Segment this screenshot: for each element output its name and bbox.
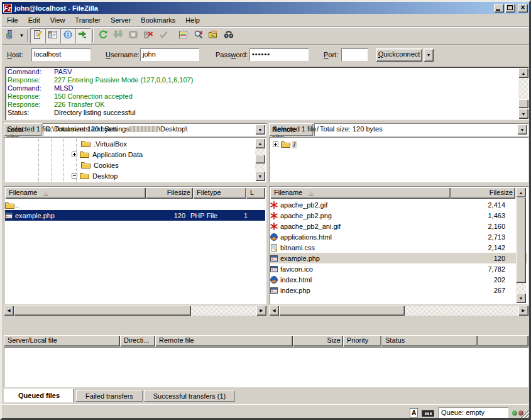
- transfer-queue-list: [4, 347, 528, 387]
- menu-item-view[interactable]: View: [45, 15, 70, 25]
- host-field[interactable]: localhost: [31, 48, 90, 61]
- queue-column-remotefile[interactable]: Remote file: [155, 335, 293, 346]
- queue-column-status[interactable]: Status: [381, 335, 478, 346]
- collapse-minus-icon[interactable]: [72, 173, 77, 179]
- scrollbar-thumb[interactable]: [14, 306, 191, 316]
- toggle-transfer-queue-button[interactable]: [75, 28, 90, 43]
- queue-column-directi[interactable]: Directi...: [120, 335, 155, 346]
- queue-column-serverlocalfile[interactable]: Server/Local file: [4, 335, 120, 346]
- site-manager-button[interactable]: [3, 28, 18, 43]
- tree-item[interactable]: Desktop: [72, 170, 119, 181]
- scroll-up-icon[interactable]: ▲: [255, 138, 265, 148]
- disconnect-button[interactable]: [141, 28, 156, 43]
- process-queue-button[interactable]: [111, 28, 126, 43]
- tree-item[interactable]: /: [273, 139, 297, 150]
- column-header-filesize[interactable]: Filesize: [146, 187, 193, 199]
- filter-button[interactable]: [221, 28, 236, 43]
- scroll-left-icon[interactable]: ◀: [4, 306, 14, 316]
- remote-list-scrollbar[interactable]: ▲ ▼: [516, 187, 526, 303]
- file-row[interactable]: apache_pb2_ani.gif2,160: [270, 221, 527, 231]
- synchronized-browsing-button[interactable]: [206, 28, 221, 43]
- scrollbar-thumb[interactable]: [518, 99, 528, 108]
- local-tree-scrollbar[interactable]: ▲ ▼: [255, 138, 265, 181]
- quickconnect-dropdown-button[interactable]: ▼: [424, 48, 434, 62]
- tab-failed-transfers[interactable]: Failed transfers: [76, 390, 143, 402]
- file-row[interactable]: index.php267: [270, 285, 527, 296]
- quickconnect-button[interactable]: Quickconnect: [376, 48, 422, 62]
- menu-item-bookmarks[interactable]: Bookmarks: [136, 15, 180, 25]
- scroll-up-icon[interactable]: ▲: [516, 187, 526, 197]
- refresh-button[interactable]: [96, 28, 111, 43]
- speed-limits-icon[interactable]: [422, 410, 434, 417]
- tab-queued-files[interactable]: Queued files: [4, 389, 74, 402]
- remote-horizontal-scrollbar[interactable]: ◀ ▶: [269, 306, 528, 316]
- file-row[interactable]: ..: [5, 199, 265, 210]
- column-header-filename[interactable]: Filename: [270, 187, 451, 199]
- activity-led-green: [512, 411, 517, 416]
- menu-item-edit[interactable]: Edit: [23, 15, 45, 25]
- scroll-down-icon[interactable]: ▼: [518, 109, 528, 119]
- scroll-up-icon[interactable]: ▲: [518, 68, 528, 78]
- file-row[interactable]: apache_pb2.png1,463: [270, 210, 527, 221]
- toggle-message-log-button[interactable]: [30, 28, 45, 43]
- expand-plus-icon[interactable]: [273, 141, 278, 147]
- scroll-down-icon[interactable]: ▼: [516, 293, 526, 303]
- password-field[interactable]: ••••••: [249, 48, 309, 61]
- scroll-down-icon[interactable]: ▼: [255, 171, 265, 181]
- file-row[interactable]: index.html202: [270, 274, 527, 285]
- port-field[interactable]: [341, 48, 368, 61]
- tree-item[interactable]: .VirtualBox: [72, 138, 128, 149]
- maximize-button[interactable]: [505, 4, 515, 13]
- queue-column-size[interactable]: Size: [293, 335, 343, 346]
- username-field[interactable]: john: [140, 48, 199, 61]
- queue-column-blank[interactable]: [478, 335, 528, 346]
- log-scrollbar[interactable]: ▲ ▼: [518, 68, 528, 119]
- scrollbar-thumb[interactable]: [279, 306, 405, 316]
- transfer-type-ascii-icon[interactable]: A: [409, 408, 419, 417]
- file-row[interactable]: example.php120: [270, 253, 527, 263]
- local-horizontal-scrollbar[interactable]: ◀ ▶: [4, 306, 266, 316]
- folder-icon: [80, 150, 89, 159]
- menu-item-transfer[interactable]: Transfer: [70, 15, 106, 25]
- menu-item-file[interactable]: File: [2, 15, 23, 25]
- scrollbar-thumb[interactable]: [516, 197, 526, 283]
- close-button[interactable]: ×: [518, 4, 528, 13]
- filename-cell: index.html: [280, 276, 449, 284]
- reconnect-icon: [158, 30, 168, 42]
- find-files-button[interactable]: [191, 28, 206, 43]
- log-line: Command:MLSD: [8, 84, 517, 92]
- scrollbar-thumb[interactable]: [255, 155, 265, 163]
- tree-item-label: Cookies: [92, 162, 120, 169]
- scroll-right-icon[interactable]: ▶: [256, 306, 266, 316]
- tab-successful-transfers[interactable]: Successful transfers (1): [144, 390, 235, 402]
- minimize-button[interactable]: [494, 4, 504, 13]
- scroll-right-icon[interactable]: ▶: [518, 306, 528, 316]
- column-header-filename[interactable]: Filename: [5, 187, 146, 199]
- tree-item[interactable]: Application Data: [72, 149, 144, 160]
- cancel-operation-button[interactable]: [126, 28, 141, 43]
- synchronized-browsing-icon: [209, 30, 219, 42]
- filesize-cell: 202: [449, 276, 512, 284]
- queue-column-priority[interactable]: Priority: [343, 335, 381, 346]
- file-row[interactable]: applications.html2,713: [270, 231, 527, 242]
- column-header-filesize[interactable]: Filesize: [451, 187, 515, 199]
- file-row[interactable]: apache_pb2.gif2,414: [270, 199, 527, 210]
- column-header-filetype[interactable]: Filetype: [193, 187, 246, 199]
- expand-plus-icon[interactable]: [72, 152, 77, 157]
- file-row[interactable]: example.php120PHP File1: [5, 210, 265, 221]
- menu-item-server[interactable]: Server: [106, 15, 136, 25]
- column-header-l[interactable]: L: [246, 187, 265, 199]
- file-row[interactable]: bitnami.css2,142: [270, 242, 527, 253]
- resize-grip[interactable]: [520, 410, 529, 419]
- toggle-local-tree-button[interactable]: [45, 28, 60, 43]
- toggle-remote-tree-button[interactable]: [60, 28, 75, 43]
- reconnect-button[interactable]: [156, 28, 171, 43]
- tree-item[interactable]: Cookies: [72, 160, 120, 170]
- chevron-down-icon[interactable]: ▼: [18, 28, 25, 43]
- toolbar-separator: [92, 30, 94, 42]
- directory-comparison-button[interactable]: [176, 28, 191, 43]
- scroll-left-icon[interactable]: ◀: [269, 306, 279, 316]
- file-row[interactable]: favicon.ico7,782: [270, 263, 527, 274]
- menu-item-help[interactable]: Help: [180, 15, 205, 25]
- password-label: Password:: [216, 51, 248, 58]
